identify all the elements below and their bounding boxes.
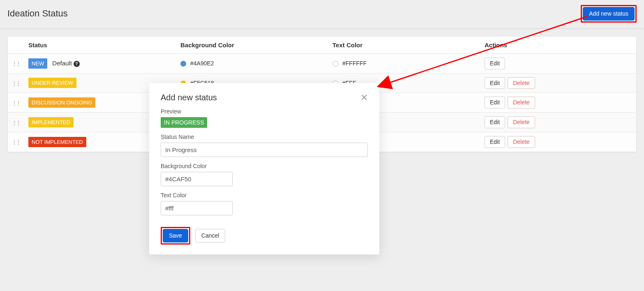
highlight-add-button: Add new status [581, 5, 637, 23]
col-txt: Text Color [328, 37, 480, 54]
preview-label: Preview [161, 108, 368, 115]
cancel-button[interactable]: Cancel [195, 229, 226, 242]
status-badge: NEW [28, 58, 47, 69]
status-name-label: Status Name [161, 134, 368, 140]
edit-button[interactable]: Edit [485, 116, 505, 128]
help-icon[interactable]: ? [74, 61, 80, 67]
delete-button[interactable]: Delete [508, 116, 535, 128]
highlight-save-button: Save [161, 227, 190, 245]
text-color-input[interactable] [161, 201, 233, 215]
delete-button[interactable]: Delete [508, 136, 535, 148]
edit-button[interactable]: Edit [485, 58, 505, 69]
preview-badge: IN PROGRESS [161, 117, 207, 128]
modal-title: Add new status [161, 93, 217, 102]
table-row: ⋮⋮NEWDefault?#4A90E2#FFFFFFEdit [8, 53, 636, 73]
page-header: Ideation Status Add new status [0, 0, 644, 29]
edit-button[interactable]: Edit [485, 136, 505, 148]
add-status-modal: Add new status ✕ Preview IN PROGRESS Sta… [149, 83, 379, 254]
delete-button[interactable]: Delete [508, 77, 535, 89]
col-drag [8, 37, 24, 54]
default-label: Default [52, 60, 72, 67]
status-badge: IMPLEMENTED [28, 117, 74, 127]
drag-handle-icon[interactable]: ⋮⋮ [12, 100, 20, 106]
col-actions: Actions [480, 37, 636, 54]
drag-handle-icon[interactable]: ⋮⋮ [12, 61, 20, 67]
status-badge: NOT IMPLEMENTED [28, 137, 86, 147]
add-new-status-button[interactable]: Add new status [583, 7, 635, 21]
save-button[interactable]: Save [163, 229, 188, 242]
status-badge: DISCUSSION ONGOING [28, 97, 95, 108]
edit-button[interactable]: Edit [485, 77, 505, 89]
bg-color-value: #4A90E2 [190, 60, 214, 67]
page-title: Ideation Status [7, 8, 68, 19]
drag-handle-icon[interactable]: ⋮⋮ [12, 120, 20, 126]
bg-color-label: Background Color [161, 163, 368, 169]
drag-handle-icon[interactable]: ⋮⋮ [12, 81, 20, 86]
status-badge: UNDER REVIEW [28, 78, 76, 88]
status-name-input[interactable] [161, 143, 368, 157]
text-color-label: Text Color [161, 192, 368, 199]
close-icon[interactable]: ✕ [360, 93, 368, 102]
drag-handle-icon[interactable]: ⋮⋮ [12, 139, 20, 145]
edit-button[interactable]: Edit [485, 97, 505, 109]
text-color-value: #FFFFFF [342, 60, 367, 67]
color-swatch-icon [332, 61, 338, 67]
col-status: Status [24, 37, 176, 54]
bg-color-input[interactable] [161, 172, 233, 186]
color-swatch-icon [180, 61, 186, 67]
delete-button[interactable]: Delete [508, 97, 535, 109]
col-bg: Background Color [176, 37, 328, 54]
